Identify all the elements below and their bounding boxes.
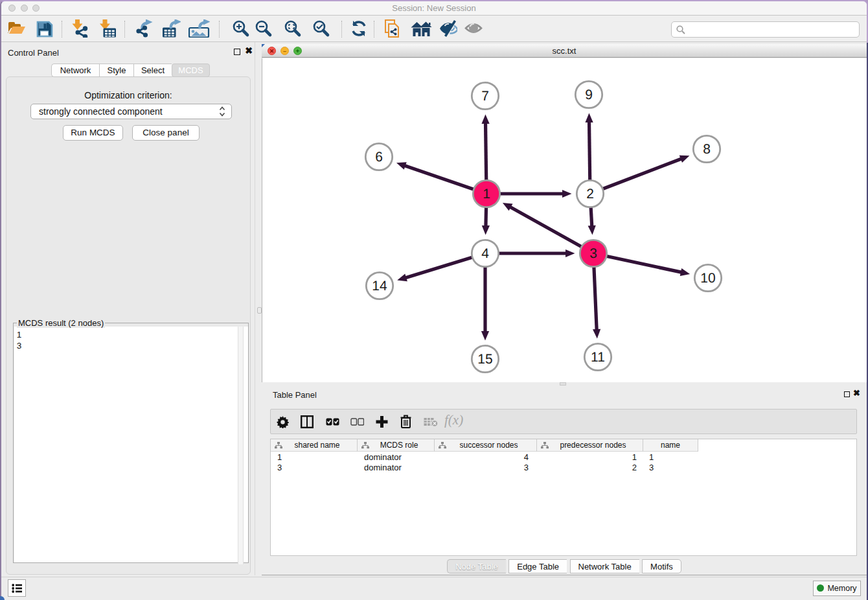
svg-text:7: 7 xyxy=(481,89,489,104)
svg-text:6: 6 xyxy=(375,150,383,165)
svg-text:11: 11 xyxy=(591,350,605,365)
svg-text:15: 15 xyxy=(477,352,492,367)
svg-text:10: 10 xyxy=(700,271,715,286)
svg-text:2: 2 xyxy=(586,187,594,202)
svg-text:9: 9 xyxy=(585,87,593,102)
svg-text:1: 1 xyxy=(483,187,490,202)
svg-text:4: 4 xyxy=(481,246,489,261)
svg-text:3: 3 xyxy=(589,246,597,261)
svg-text:8: 8 xyxy=(703,142,711,157)
svg-text:14: 14 xyxy=(372,279,387,294)
